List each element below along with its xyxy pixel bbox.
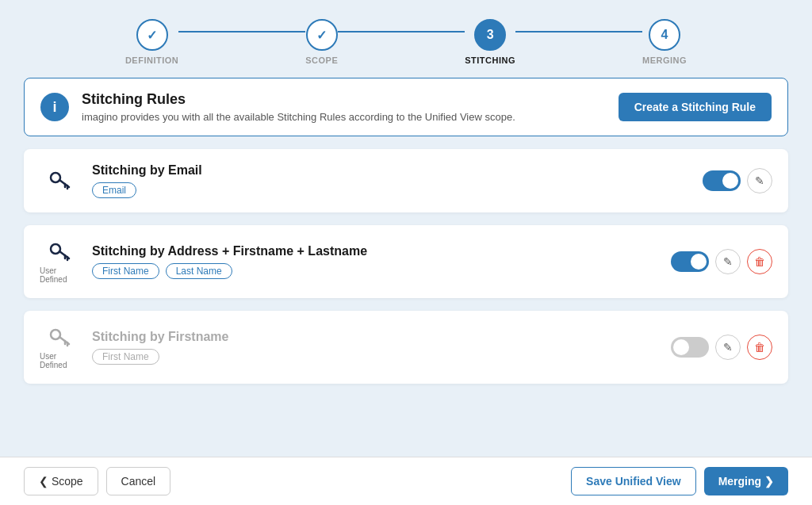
info-text: Stitching Rules imagino provides you wit…: [82, 91, 606, 123]
step-merging: 4 MERGING: [642, 19, 687, 65]
stitching-rules-title: Stitching Rules: [82, 91, 606, 108]
edit-rule-2-button[interactable]: ✎: [715, 249, 741, 274]
edit-rule-1-button[interactable]: ✎: [747, 168, 772, 193]
step-circle-definition: ✓: [136, 19, 168, 51]
stepper: ✓ DEFINITION ✓ SCOPE 3 STITCHING 4 MERGI…: [0, 0, 812, 78]
rule-actions-2: ✎ 🗑: [671, 249, 772, 274]
rule-card-3: User Defined Stitching by Firstname Firs…: [24, 311, 788, 384]
rule-toggle-3[interactable]: [671, 337, 709, 358]
footer: ❮ Scope Cancel Save Unified View Merging…: [0, 457, 812, 505]
edit-rule-3-button[interactable]: ✎: [715, 335, 741, 360]
tag-firstname-2: First Name: [92, 263, 159, 279]
rule-title-1: Stitching by Email: [92, 163, 690, 178]
rule-actions-3: ✎ 🗑: [671, 335, 772, 360]
main-content: i Stitching Rules imagino provides you w…: [0, 78, 812, 457]
rule-tags-2: First Name Last Name: [92, 263, 658, 279]
rule-toggle-1[interactable]: [703, 170, 741, 191]
tag-firstname-3: First Name: [92, 349, 159, 365]
delete-rule-2-button[interactable]: 🗑: [747, 249, 772, 274]
tag-lastname-2: Last Name: [166, 263, 232, 279]
step-line-3: [515, 31, 642, 33]
rule-info-3: Stitching by Firstname First Name: [92, 330, 658, 365]
user-defined-label-3: User Defined: [40, 352, 79, 369]
rule-card-2: User Defined Stitching by Address + Firs…: [24, 225, 788, 298]
footer-left: ❮ Scope Cancel: [24, 467, 170, 495]
rule-info-1: Stitching by Email Email: [92, 163, 690, 198]
step-line-2: [338, 31, 465, 33]
key-icon-1: [40, 168, 79, 193]
step-label-merging: MERGING: [642, 55, 687, 65]
key-icon-2: User Defined: [40, 239, 79, 284]
step-circle-stitching: 3: [474, 19, 506, 51]
rule-info-2: Stitching by Address + Firstname + Lastn…: [92, 244, 658, 279]
svg-point-4: [51, 244, 60, 254]
step-label-scope: SCOPE: [305, 55, 338, 65]
cancel-button[interactable]: Cancel: [106, 467, 171, 495]
step-label-definition: DEFINITION: [125, 55, 178, 65]
rule-tags-3: First Name: [92, 349, 658, 365]
step-label-stitching: STITCHING: [465, 55, 515, 65]
delete-rule-3-button[interactable]: 🗑: [747, 335, 772, 360]
step-scope: ✓ SCOPE: [305, 19, 338, 65]
merging-button[interactable]: Merging ❯: [704, 467, 788, 495]
step-circle-scope: ✓: [306, 19, 338, 51]
back-scope-button[interactable]: ❮ Scope: [24, 467, 98, 495]
rule-title-3: Stitching by Firstname: [92, 330, 658, 344]
key-icon-3: User Defined: [40, 325, 79, 369]
rule-tags-1: Email: [92, 182, 690, 198]
rule-actions-1: ✎: [703, 168, 772, 193]
tag-email: Email: [92, 182, 136, 198]
step-stitching: 3 STITCHING: [465, 19, 515, 65]
rule-title-2: Stitching by Address + Firstname + Lastn…: [92, 244, 658, 258]
rule-toggle-2[interactable]: [671, 251, 709, 272]
footer-right: Save Unified View Merging ❯: [571, 467, 788, 495]
stitching-rules-desc: imagino provides you with all the availa…: [82, 111, 606, 123]
rule-card-1: Stitching by Email Email ✎: [24, 149, 788, 212]
create-stitching-rule-button[interactable]: Create a Stitching Rule: [619, 93, 772, 121]
step-definition: ✓ DEFINITION: [125, 19, 178, 65]
user-defined-label-2: User Defined: [40, 266, 79, 284]
svg-point-0: [51, 173, 60, 182]
svg-point-8: [51, 330, 60, 339]
step-line-1: [178, 31, 305, 33]
info-icon: i: [40, 93, 69, 121]
save-unified-view-button[interactable]: Save Unified View: [571, 467, 696, 495]
info-banner: i Stitching Rules imagino provides you w…: [24, 78, 788, 136]
step-circle-merging: 4: [649, 19, 680, 51]
